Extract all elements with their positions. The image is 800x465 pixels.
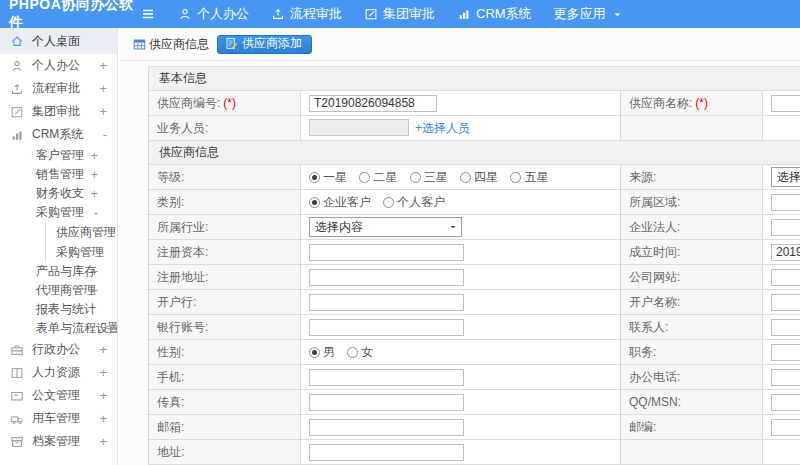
expand-icon[interactable]: + <box>99 411 107 426</box>
office-phone-input[interactable] <box>771 369 800 386</box>
position-input[interactable] <box>771 344 800 361</box>
website-input[interactable] <box>771 269 800 286</box>
expand-icon[interactable]: + <box>99 365 107 380</box>
expand-icon[interactable]: + <box>90 186 98 201</box>
sidebar-item-customer-management[interactable]: 客户管理 + <box>0 146 117 165</box>
bank-no-input[interactable] <box>309 319 464 336</box>
expand-icon[interactable]: + <box>99 58 107 73</box>
sidebar-item-purchase-management[interactable]: 采购管理 - <box>0 203 117 222</box>
field-label: 来源: <box>629 170 656 184</box>
expand-icon[interactable]: + <box>90 264 98 279</box>
sidebar-item-reports-statistics[interactable]: 报表与统计 <box>0 300 117 319</box>
radio-level-1star[interactable]: 一星 <box>309 169 347 186</box>
collapse-icon[interactable]: - <box>103 127 107 142</box>
bank-input[interactable] <box>309 294 464 311</box>
industry-select[interactable]: 选择内容 <box>309 217 462 237</box>
expand-icon[interactable]: + <box>106 321 114 336</box>
radio-icon[interactable] <box>347 347 358 358</box>
sidebar-item-supplier-management[interactable]: 供应商管理 <box>45 222 117 242</box>
required-mark: (*) <box>695 96 708 110</box>
region-input[interactable] <box>771 194 800 211</box>
radio-category-company[interactable]: 企业客户 <box>309 194 371 211</box>
radio-icon[interactable] <box>460 172 471 183</box>
staff-input[interactable] <box>309 119 409 136</box>
expand-icon[interactable]: + <box>99 342 107 357</box>
capital-input[interactable] <box>309 244 464 261</box>
radio-icon[interactable] <box>510 172 521 183</box>
address-input[interactable] <box>309 444 464 461</box>
expand-icon[interactable]: + <box>99 104 107 119</box>
qq-msn-input[interactable] <box>771 394 800 411</box>
sidebar-item-human-resources[interactable]: 人力资源 + <box>0 361 117 384</box>
sidebar-item-form-workflow-settings[interactable]: 表单与流程设置 + <box>0 319 117 338</box>
fax-input[interactable] <box>309 394 464 411</box>
sidebar-item-finance[interactable]: 财务收支 + <box>0 184 117 203</box>
field-label: 所属行业: <box>157 220 208 234</box>
radio-icon[interactable] <box>359 172 370 183</box>
legal-person-input[interactable] <box>771 219 800 236</box>
radio-gender-female[interactable]: 女 <box>347 344 373 361</box>
radio-gender-male[interactable]: 男 <box>309 344 335 361</box>
tab-supplier-info[interactable]: 供应商信息 <box>133 36 209 53</box>
field-label: 地址: <box>157 445 184 459</box>
expand-icon[interactable]: + <box>90 148 98 163</box>
radio-category-personal[interactable]: 个人客户 <box>383 194 445 211</box>
collapse-icon[interactable]: - <box>94 205 98 220</box>
expand-icon[interactable]: + <box>99 388 107 403</box>
email-input[interactable] <box>309 419 464 436</box>
expand-icon[interactable]: + <box>90 283 98 298</box>
home-icon <box>10 34 24 48</box>
expand-icon[interactable]: + <box>90 167 98 182</box>
radio-icon[interactable] <box>410 172 421 183</box>
sidebar-item-purchase-sub[interactable]: 采购管理 <box>45 242 117 262</box>
table-row: 地址: <box>149 440 800 465</box>
source-select[interactable]: 选择内容 <box>771 167 800 187</box>
sidebar-item-admin-office[interactable]: 行政办公 + <box>0 338 117 361</box>
menu-item-more-apps[interactable]: 更多应用 <box>554 5 624 23</box>
mobile-input[interactable] <box>309 369 464 386</box>
sidebar-item-document-management[interactable]: 公文管理 + <box>0 384 117 407</box>
field-label: 企业法人: <box>629 220 680 234</box>
expand-icon[interactable]: + <box>99 81 107 96</box>
founded-date-input[interactable] <box>771 244 800 261</box>
radio-level-3star[interactable]: 三星 <box>410 169 448 186</box>
sidebar-item-workflow-approval[interactable]: 流程审批 + <box>0 77 117 100</box>
sidebar-item-vehicle-management[interactable]: 用车管理 + <box>0 407 117 430</box>
menu-label: CRM系统 <box>476 5 532 23</box>
zip-input[interactable] <box>771 419 800 436</box>
sidebar-item-crm-system[interactable]: CRM系统 - <box>0 123 117 146</box>
radio-level-2star[interactable]: 二星 <box>359 169 397 186</box>
menu-item-group-approval[interactable]: 集团审批 <box>364 5 435 23</box>
sidebar-item-agent-management[interactable]: 代理商管理 + <box>0 281 117 300</box>
sidebar-item-sales-management[interactable]: 销售管理 + <box>0 165 117 184</box>
reg-address-input[interactable] <box>309 269 464 286</box>
menu-item-crm-system[interactable]: CRM系统 <box>457 5 532 23</box>
tab-supplier-add[interactable]: 供应商添加 <box>217 35 312 54</box>
account-name-input[interactable] <box>771 294 800 311</box>
radio-level-5star[interactable]: 五星 <box>510 169 548 186</box>
radio-icon[interactable] <box>383 197 394 208</box>
radio-icon[interactable] <box>309 197 320 208</box>
contact-input[interactable] <box>771 319 800 336</box>
menu-item-workflow-approval[interactable]: 流程审批 <box>271 5 342 23</box>
hamburger-menu-icon[interactable] <box>140 6 156 22</box>
select-staff-link[interactable]: +选择人员 <box>415 121 470 135</box>
supplier-no-input[interactable] <box>309 95 437 112</box>
sidebar-item-personal-office[interactable]: 个人办公 + <box>0 54 117 77</box>
chart-icon <box>10 128 24 142</box>
radio-icon[interactable] <box>309 172 320 183</box>
expand-icon[interactable]: + <box>99 434 107 449</box>
sidebar-item-personal-desktop[interactable]: 个人桌面 <box>0 28 117 54</box>
table-row: 手机: 办公电话: <box>149 365 800 390</box>
sidebar-item-group-approval[interactable]: 集团审批 + <box>0 100 117 123</box>
sidebar-item-archive-management[interactable]: 档案管理 + <box>0 430 117 453</box>
radio-level-4star[interactable]: 四星 <box>460 169 498 186</box>
supplier-form: 基本信息 供应商编号:(*) 供应商名称:(*) 业务人员: +选择人员 供应商… <box>148 66 800 465</box>
radio-icon[interactable] <box>309 347 320 358</box>
menu-item-personal-office[interactable]: 个人办公 <box>178 5 249 23</box>
car-icon <box>10 412 24 426</box>
supplier-name-input[interactable] <box>771 95 800 112</box>
archive-icon <box>10 435 24 449</box>
menu-label: 流程审批 <box>290 5 342 23</box>
sidebar-item-products-inventory[interactable]: 产品与库存 + <box>0 262 117 281</box>
